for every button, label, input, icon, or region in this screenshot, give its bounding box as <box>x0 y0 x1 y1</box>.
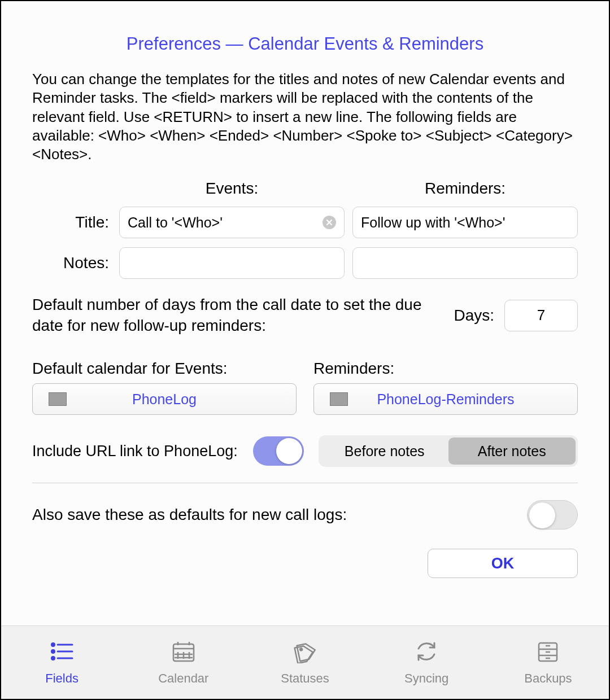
tab-backups[interactable]: Backups <box>487 626 609 699</box>
segment-after-notes[interactable]: After notes <box>448 438 576 465</box>
divider <box>32 483 578 483</box>
page-title: Preferences — Calendar Events & Reminder… <box>32 34 578 54</box>
template-grid: Events: Reminders: Title: Call to '<Who>… <box>32 180 578 279</box>
url-link-label: Include URL link to PhoneLog: <box>32 443 238 460</box>
default-calendar-events-label: Default calendar for Events: <box>32 360 297 378</box>
tab-label: Backups <box>524 671 572 686</box>
preferences-window: Preferences — Calendar Events & Reminder… <box>0 0 610 700</box>
url-position-segmented[interactable]: Before notes After notes <box>319 435 578 467</box>
reminders-column-header: Reminders: <box>352 180 578 198</box>
calendar-icon <box>170 640 197 667</box>
toggle-knob <box>276 438 302 464</box>
tab-syncing[interactable]: Syncing <box>366 626 487 699</box>
title-row-label: Title: <box>32 213 111 231</box>
tab-label: Statuses <box>281 671 329 686</box>
url-link-row: Include URL link to PhoneLog: Before not… <box>32 435 578 467</box>
default-calendar-reminders-label: Reminders: <box>313 360 578 378</box>
tab-bar: Fields Calendar <box>1 625 609 699</box>
reminders-title-value: Follow up with '<Who>' <box>361 215 569 231</box>
clear-icon[interactable] <box>323 216 336 229</box>
toggle-knob <box>529 502 555 528</box>
events-column-header: Events: <box>119 180 345 198</box>
list-icon <box>49 640 76 667</box>
archive-icon <box>534 640 561 667</box>
tab-label: Fields <box>45 671 79 686</box>
ok-button[interactable]: OK <box>428 549 578 578</box>
notes-row-label: Notes: <box>32 254 111 272</box>
events-calendar-picker[interactable]: PhoneLog <box>32 383 297 415</box>
days-input[interactable]: 7 <box>504 300 578 331</box>
svg-point-2 <box>51 650 54 653</box>
events-notes-input[interactable] <box>119 247 345 279</box>
events-calendar-value: PhoneLog <box>132 391 197 408</box>
sync-icon <box>413 640 440 667</box>
reminders-title-input[interactable]: Follow up with '<Who>' <box>352 207 578 238</box>
reminders-calendar-picker[interactable]: PhoneLog-Reminders <box>313 383 578 415</box>
url-link-toggle[interactable] <box>253 436 304 466</box>
calendar-color-swatch <box>49 392 67 406</box>
tags-icon <box>291 640 319 667</box>
svg-point-15 <box>300 648 303 650</box>
svg-point-4 <box>51 657 54 659</box>
tab-label: Syncing <box>404 671 448 686</box>
days-row: Default number of days from the call dat… <box>32 295 578 336</box>
svg-point-0 <box>51 643 54 646</box>
events-title-input[interactable]: Call to '<Who>' <box>119 207 345 238</box>
save-defaults-toggle[interactable] <box>527 500 578 530</box>
tab-label: Calendar <box>158 671 208 686</box>
reminders-calendar-value: PhoneLog-Reminders <box>377 391 514 408</box>
days-description: Default number of days from the call dat… <box>32 295 454 336</box>
tab-statuses[interactable]: Statuses <box>244 626 365 699</box>
intro-text: You can change the templates for the tit… <box>32 70 578 164</box>
save-defaults-row: Also save these as defaults for new call… <box>32 500 578 530</box>
calendars-row: Default calendar for Events: PhoneLog Re… <box>32 360 578 415</box>
segment-before-notes[interactable]: Before notes <box>321 438 448 465</box>
tab-fields[interactable]: Fields <box>1 626 123 699</box>
days-label: Days: <box>454 307 494 325</box>
events-title-value: Call to '<Who>' <box>128 215 323 231</box>
reminders-notes-input[interactable] <box>352 247 578 279</box>
tab-calendar[interactable]: Calendar <box>123 626 244 699</box>
content-area: Preferences — Calendar Events & Reminder… <box>1 1 609 625</box>
save-defaults-label: Also save these as defaults for new call… <box>32 506 347 524</box>
calendar-color-swatch <box>330 392 348 406</box>
